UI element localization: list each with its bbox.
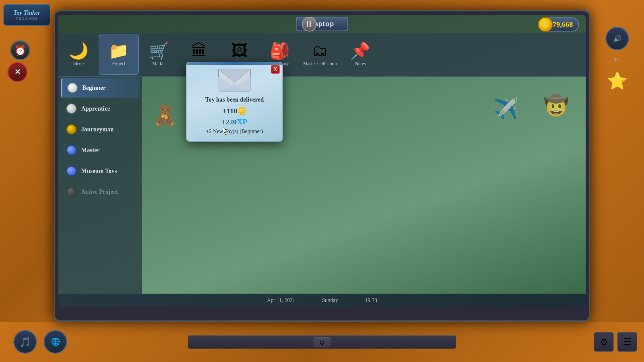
modal-close-button[interactable]: X <box>271 65 280 74</box>
star-button[interactable]: ⭐ <box>605 69 629 93</box>
right-bottom-buttons: ⚙ ☰ <box>594 332 637 352</box>
clock-icon: ⏰ <box>10 40 30 60</box>
settings-button[interactable]: 🌐 <box>44 330 67 354</box>
menu-icon-button[interactable]: ☰ <box>617 332 637 352</box>
modal-header-bar <box>186 62 282 65</box>
modal-envelope-section <box>186 65 282 94</box>
logo-developer: TRGAMES <box>16 16 38 20</box>
modal-xp: +220XP <box>193 117 276 126</box>
game-logo: Toy Tinker TRGAMES <box>3 4 50 26</box>
laptop-body: Laptop 🪙 79,668 🌙 Sleep 📁 Project <box>54 10 590 322</box>
modal-new-toys: +2 New Toy(s) (Beginner) <box>193 128 276 134</box>
keyboard-strip: ⏻ <box>188 335 456 349</box>
modal-coins: +110🪙 <box>193 107 276 115</box>
bottom-area: 🎵 🌐 ⏻ ⚙ ☰ <box>0 322 644 362</box>
power-button[interactable]: ⏻ <box>314 337 330 347</box>
modal-title: Toy has been delivered <box>193 96 276 103</box>
game-frame: Toy Tinker TRGAMES ⏰ ✕ 🔊 0% ⭐ 🎵 🌐 ⏻ ⚙ ☰ <box>0 0 644 362</box>
envelope-icon <box>218 68 251 92</box>
modal-overlay: X <box>58 15 586 307</box>
volume-label: 0% <box>614 57 621 62</box>
right-panel: 🔊 0% ⭐ <box>590 20 644 322</box>
close-left-button[interactable]: ✕ <box>7 62 28 82</box>
music-button[interactable]: 🎵 <box>13 330 37 354</box>
envelope-container <box>218 68 251 92</box>
logo-title: Toy Tinker <box>13 9 40 16</box>
modal-body: Toy has been delivered +110🪙 +220XP +2 N… <box>186 94 282 141</box>
delivery-modal: X <box>186 62 283 142</box>
settings-icon-button[interactable]: ⚙ <box>594 332 614 352</box>
laptop-screen: Laptop 🪙 79,668 🌙 Sleep 📁 Project <box>58 15 586 307</box>
sound-button[interactable]: 🔊 <box>605 27 629 50</box>
